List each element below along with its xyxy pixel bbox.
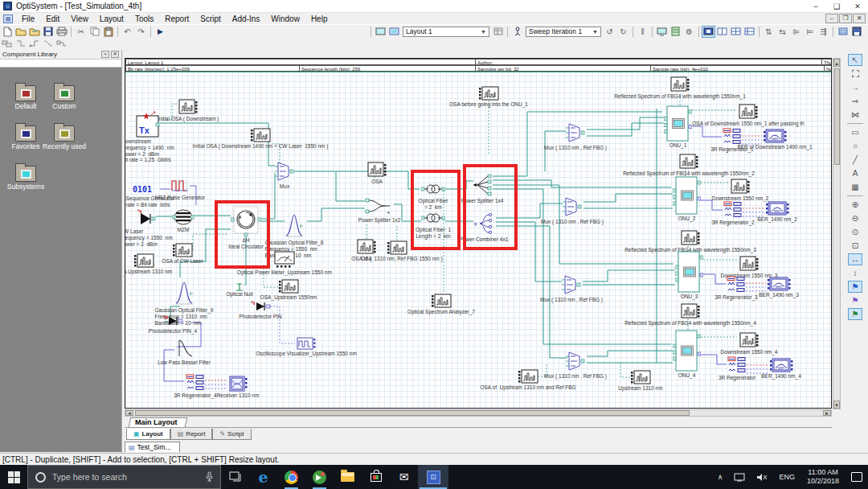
network-icon[interactable] [728, 465, 751, 489]
grid-settings-icon[interactable] [836, 26, 850, 38]
sweep-icon[interactable] [510, 26, 524, 38]
menu-report[interactable]: Report [159, 14, 194, 23]
menu-window[interactable]: Window [265, 14, 305, 23]
scroll-left-icon[interactable]: ◄ [125, 410, 133, 416]
component-osa[interactable] [357, 239, 376, 258]
tab-script[interactable]: ✎ Script [212, 429, 251, 440]
canvas-vertical-scrollbar[interactable]: ▲ ▼ [833, 58, 841, 409]
tab-layout[interactable]: ▣ Layout [126, 429, 170, 440]
component-mux[interactable] [275, 160, 294, 186]
panel-pin-icon[interactable]: ▪ [101, 51, 109, 58]
optisystem-taskbar-icon[interactable]: ⊡ [418, 465, 448, 489]
layout-canvas[interactable]: Layout: Layout 1 Author: Thursday, Nov B… [125, 59, 832, 409]
layer-flag-1-icon[interactable]: ⚑ [848, 281, 862, 293]
component-onu-2[interactable] [673, 176, 701, 218]
distribute-icon[interactable]: ⇶ [817, 26, 830, 38]
save-icon[interactable] [41, 26, 55, 38]
close-button[interactable]: ✕ [847, 0, 868, 13]
menu-file[interactable]: File [16, 14, 40, 23]
image-tool-icon[interactable]: ▦ [848, 181, 862, 193]
clock[interactable]: 11:00 AM 10/2/2018 [800, 468, 845, 487]
component-osa-of-1310-nm-ref-fbg-1550-nm[interactable] [387, 240, 407, 258]
component-osa[interactable] [367, 162, 387, 181]
split-horizontal-icon[interactable] [743, 26, 756, 38]
sweep-iteration-select[interactable]: Sweep Iteration 1▼ [526, 27, 601, 37]
component-osa-of-downstream-1550-nm-1-after-passing-th[interactable] [739, 104, 758, 123]
text-tool-icon[interactable]: A [848, 167, 862, 179]
component-onu-3[interactable] [675, 251, 703, 296]
tab-report[interactable]: ▤ Report [170, 429, 213, 440]
component-downstream-1550-nm-3[interactable] [739, 256, 759, 275]
vertical-scroll-thumb[interactable] [834, 68, 840, 165]
component-downstream-1550-nm-2[interactable] [731, 179, 750, 198]
autoconnect-tool-icon[interactable]: ⇒ [848, 95, 862, 107]
whole-design-view-icon[interactable] [702, 26, 715, 38]
component-bit-sequence-generator[interactable]: 0101 [133, 183, 160, 198]
mdi-restore-button[interactable]: ❐ [839, 14, 852, 23]
component-reflected-spectrum-of-fbg4-with-wavelength-1550nm-2[interactable] [679, 154, 698, 173]
menu-layout[interactable]: Layout [94, 14, 129, 23]
component-nrz-pulse-generator[interactable] [170, 178, 190, 197]
calculate-play-icon[interactable]: ▶ [154, 26, 167, 38]
component-low-pass-bessel-filter[interactable] [174, 338, 194, 362]
menu-edit[interactable]: Edit [40, 14, 65, 23]
component-ber-of-downstream-1490-nm-1[interactable]: BER [763, 129, 787, 146]
paste-icon[interactable] [101, 26, 115, 38]
layout-select[interactable]: Layout 1▼ [403, 27, 489, 37]
align-top-icon[interactable]: ⊨ [803, 26, 817, 38]
select-tool-icon[interactable]: ↖ [848, 54, 862, 66]
layer-flag-2-icon[interactable]: ⚑ [848, 294, 862, 306]
layer-flag-3-icon[interactable]: ⚑ [848, 308, 862, 320]
menu-addins[interactable]: Add-Ins [227, 14, 265, 23]
component-initial-osa-downstream-1490-nm-cw-laser-1550-nm[interactable] [250, 128, 271, 146]
open-icon[interactable] [14, 26, 27, 38]
copy-icon[interactable] [88, 26, 101, 38]
task-view-icon[interactable] [221, 465, 249, 489]
split-vertical-icon[interactable] [715, 26, 729, 38]
component-osa-before-going-into-the-onu-1[interactable] [478, 86, 499, 104]
component-3r-regenerator-4[interactable] [186, 374, 205, 395]
component-photodetector-pin[interactable] [250, 300, 271, 316]
file-explorer-icon[interactable] [334, 465, 362, 489]
component-optical-power-meter-upstream-1550-nm[interactable] [274, 251, 295, 272]
component-mux-1310-nm-ref-fbg[interactable] [566, 121, 585, 147]
library-folder-subsystems[interactable]: Subsystems [0, 166, 51, 191]
zoom-area-tool-icon[interactable]: ⊡ [848, 240, 862, 252]
volume-muted-icon[interactable] [751, 465, 773, 489]
library-folder-custom[interactable]: Custom [39, 85, 90, 111]
component-osa-of-upstream-1310-nm-and-ref-fbg[interactable] [518, 369, 538, 387]
tray-chevron-icon[interactable]: ∧ [712, 465, 729, 489]
connect-style-4-icon[interactable] [55, 38, 68, 50]
component-optical-null[interactable] [235, 281, 244, 295]
component-osa-upstream-1550nm[interactable] [278, 279, 299, 297]
menu-help[interactable]: Help [305, 14, 334, 23]
layout-manager-icon[interactable] [491, 26, 505, 38]
component-photodetector-pin-4[interactable] [162, 314, 183, 331]
chrome-icon[interactable] [277, 465, 305, 489]
next-iteration-icon[interactable]: ↻ [616, 26, 630, 38]
start-button[interactable] [0, 465, 27, 489]
component-reflected-spectrum-of-fbg4-with-wavelength-1550nm-4[interactable] [681, 303, 700, 323]
green-app-icon[interactable] [305, 465, 334, 489]
save-view-icon[interactable] [850, 26, 863, 38]
monitor-icon[interactable] [655, 26, 669, 38]
component-mzm[interactable] [172, 208, 194, 229]
component-osa-of-cw-laser[interactable] [172, 243, 193, 261]
component-3r-regenerator-3[interactable] [727, 276, 746, 297]
redo-icon[interactable]: ↷ [134, 26, 148, 38]
search-input[interactable]: Type here to search [27, 465, 221, 489]
line-tool-icon[interactable]: ╱ [848, 154, 862, 166]
zoom-page-tool-icon[interactable]: ⊙ [848, 226, 862, 238]
marquee-tool-icon[interactable] [848, 68, 862, 80]
horizontal-scroll-thumb[interactable] [135, 410, 690, 416]
pause-icon[interactable]: ‖ [636, 26, 649, 38]
connect-style-1-icon[interactable] [14, 38, 27, 50]
new-icon[interactable] [0, 26, 14, 38]
component-ber-1490-nm-2[interactable]: BER [765, 201, 789, 219]
component-downstream-1550-nm-4[interactable] [739, 332, 759, 351]
component-3r-regenerator-2[interactable] [723, 201, 743, 222]
component-onu-1[interactable] [664, 105, 692, 145]
component-oscilloscope-visualizer-upstream-1550-nm[interactable] [297, 337, 316, 353]
component-reflected-spectrum-of-fbg4-with-wavelength-1550nm-1[interactable] [670, 76, 690, 96]
component-initial-osa-downstream[interactable] [178, 99, 198, 118]
